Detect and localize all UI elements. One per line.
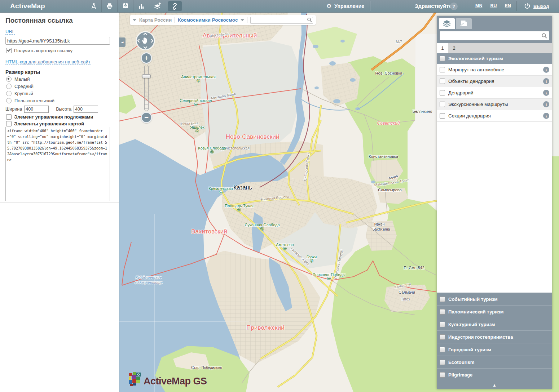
lang-en[interactable]: EN xyxy=(505,3,511,8)
size-option-medium[interactable]: Средний xyxy=(6,84,34,89)
info-icon[interactable]: i xyxy=(543,113,549,119)
svg-text:Вахитовский: Вахитовский xyxy=(191,228,227,235)
mosaic-logo-icon xyxy=(128,372,141,386)
map-controls-row[interactable]: Элементы управления картой xyxy=(6,121,84,126)
height-input[interactable] xyxy=(74,106,98,113)
layer-group-collapsed[interactable]: Индустрия гостеприимства xyxy=(437,330,552,343)
layer-group-collapsed[interactable]: Ecotourism xyxy=(437,356,552,368)
zoom-slider-handle[interactable] xyxy=(142,74,151,78)
lang-mn[interactable]: MN xyxy=(475,3,482,8)
stats-icon[interactable] xyxy=(133,0,149,12)
zoom-out-button[interactable]: − xyxy=(141,112,152,123)
layer-checkbox[interactable] xyxy=(440,113,445,119)
layer-checkbox[interactable] xyxy=(440,67,445,72)
layer-item[interactable]: Экскурсионные маршруты i xyxy=(437,99,552,110)
map-controls-checkbox[interactable] xyxy=(6,121,12,126)
help-button[interactable]: ? xyxy=(450,3,458,10)
baselayer-control-row[interactable]: Элемент управления подложками xyxy=(6,114,93,120)
tab-legend[interactable] xyxy=(456,18,472,29)
tab-layers[interactable] xyxy=(439,18,455,29)
layer-checkbox[interactable] xyxy=(440,79,445,84)
group-checkbox[interactable] xyxy=(440,56,445,61)
page-1-button[interactable]: 1 xyxy=(437,43,448,53)
size-option-custom[interactable]: Пользовательский xyxy=(6,98,54,103)
info-icon[interactable]: i xyxy=(543,78,549,84)
lang-ru[interactable]: RU xyxy=(490,3,497,8)
management-button[interactable]: ⚙ Управление xyxy=(326,0,364,12)
url-input[interactable] xyxy=(5,37,110,45)
layer-group-collapsed[interactable]: Паломнический туризм xyxy=(437,305,552,318)
svg-text:М: М xyxy=(196,130,198,133)
panel-collapse-button[interactable]: ▲ xyxy=(437,381,552,389)
logout-button[interactable]: Выход xyxy=(524,0,549,12)
layer-item[interactable]: Дендрарий i xyxy=(437,87,552,99)
layer-item[interactable]: Объекты дендрария i xyxy=(437,76,552,87)
page-2-button[interactable]: 2 xyxy=(448,43,460,53)
topbar-divider xyxy=(517,1,517,11)
zoom-in-button[interactable]: + xyxy=(141,52,152,64)
svg-text:М: М xyxy=(311,260,312,262)
svg-text:Чистопольская: Чистопольская xyxy=(224,146,250,150)
group-checkbox[interactable] xyxy=(440,334,445,340)
radio-custom[interactable] xyxy=(6,98,12,103)
svg-text:Кремлевская: Кремлевская xyxy=(208,186,233,191)
group-checkbox[interactable] xyxy=(440,297,445,302)
permalink-icon[interactable] xyxy=(167,0,182,12)
print-icon[interactable] xyxy=(101,0,117,12)
group-checkbox[interactable] xyxy=(440,347,445,352)
svg-text:Горки: Горки xyxy=(307,255,317,259)
pan-control[interactable] xyxy=(136,31,155,50)
layers-search xyxy=(440,31,549,40)
zoom-slider[interactable] xyxy=(143,65,150,110)
layer-group-collapsed[interactable]: Событийный туризм xyxy=(437,293,552,305)
svg-text:Авиастроительная: Авиастроительная xyxy=(181,75,215,79)
layers-search-input[interactable] xyxy=(440,31,549,40)
radio-medium[interactable] xyxy=(6,84,12,89)
group-checkbox[interactable] xyxy=(440,360,445,365)
svg-text:Иркен: Иркен xyxy=(374,222,384,226)
info-icon[interactable]: i xyxy=(543,90,549,96)
layer-group-collapsed[interactable]: Pilgrimage xyxy=(437,368,552,381)
basemap-option-russia[interactable]: Карта России xyxy=(139,17,172,23)
layer-checkbox[interactable] xyxy=(440,102,445,107)
svg-text:Яшьлек: Яшьлек xyxy=(190,125,204,129)
collapse-left-panel-button[interactable]: ◄ xyxy=(119,37,126,47)
short-link-checkbox[interactable] xyxy=(6,48,12,53)
guide-icon[interactable]: i xyxy=(117,0,133,12)
svg-text:М: М xyxy=(238,209,240,211)
html-code-link[interactable]: HTML-код для добавления на веб-сайт xyxy=(5,59,91,65)
chevron-down-icon[interactable] xyxy=(241,19,244,21)
svg-text:М: М xyxy=(284,248,286,250)
layers-panel: 1 2 Экологический туризм Маршрут на авто… xyxy=(437,16,552,389)
info-icon[interactable]: i xyxy=(543,67,549,73)
group-checkbox[interactable] xyxy=(440,322,445,327)
layer-item[interactable]: Маршрут на автомобиле i xyxy=(437,64,552,76)
radio-small[interactable] xyxy=(6,76,12,82)
width-input[interactable] xyxy=(24,106,49,113)
map-search-input[interactable] xyxy=(250,17,313,24)
baselayer-control-checkbox[interactable] xyxy=(6,114,12,120)
info-icon[interactable]: i xyxy=(543,101,549,107)
basemap-option-roscosmos[interactable]: Космоснимки Роскосмос xyxy=(178,17,238,23)
url-link[interactable]: URL xyxy=(5,29,15,35)
layer-checkbox[interactable] xyxy=(440,90,445,95)
add-layers-icon[interactable] xyxy=(149,0,165,12)
app-logo[interactable]: ActiveMap xyxy=(10,2,45,10)
group-checkbox[interactable] xyxy=(440,309,445,315)
group-checkbox[interactable] xyxy=(440,372,445,378)
svg-text:Казань: Казань xyxy=(233,184,252,191)
layer-group-expanded[interactable]: Экологический туризм xyxy=(437,53,552,64)
size-option-large[interactable]: Крупный xyxy=(6,91,33,96)
measure-icon[interactable] xyxy=(86,0,101,12)
short-link-checkbox-row[interactable]: Получить короткую ссылку xyxy=(6,48,72,53)
layer-group-collapsed[interactable]: Городской туризм xyxy=(437,343,552,356)
chevron-down-icon[interactable] xyxy=(133,19,136,21)
layer-group-collapsed[interactable]: Культурный туризм xyxy=(437,318,552,330)
svg-text:М-7: М-7 xyxy=(396,40,402,44)
zoom-slider-track[interactable] xyxy=(144,65,149,111)
iframe-code-textarea[interactable]: <iframe width="400" height="400" framebo… xyxy=(5,127,110,201)
size-option-small[interactable]: Малый xyxy=(6,76,30,82)
radio-large[interactable] xyxy=(6,91,12,96)
activemap-gs-logo: ActiveMap GS xyxy=(128,372,207,386)
layer-item[interactable]: Секции дендрария i xyxy=(437,110,552,122)
